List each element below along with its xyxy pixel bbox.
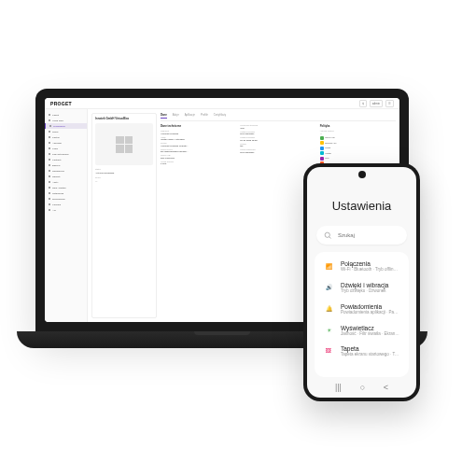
tech-field: ProducentMicrosoft Windows <box>161 130 236 134</box>
device-name: Innotek GmbH VirtualBox <box>95 117 153 120</box>
app-item[interactable]: Secure Mail <box>320 136 396 140</box>
app-item[interactable]: Business App <box>320 141 396 145</box>
tech-field: SystemMicrosoft Windows 10 Ente... <box>161 142 236 147</box>
topbar-search-icon[interactable]: ⚲ <box>359 100 367 107</box>
svg-line-1 <box>329 236 331 238</box>
nav-home-icon[interactable]: ○ <box>360 383 365 392</box>
app-item[interactable]: Monitor <box>320 151 396 155</box>
brand-logo: PROGET <box>50 101 72 106</box>
sidebar: KokpitMapa sieciUrządzeniaGrupyPolitykiA… <box>45 109 88 322</box>
settings-title: Ustawienia <box>320 199 403 213</box>
search-icon <box>324 231 332 240</box>
tech-field: Numer seryjny3f142e618a6e58a446b8a6... <box>161 148 236 153</box>
phone-screen: Ustawienia 📶PołączeniaWi-Fi · Bluetooth … <box>307 167 416 398</box>
search-input[interactable] <box>338 232 416 238</box>
tab[interactable]: Profile <box>201 113 208 119</box>
nav-bar: ||| ○ < <box>307 377 416 398</box>
tab[interactable]: Dane <box>161 113 167 119</box>
nav-recent-icon[interactable]: ||| <box>335 383 342 392</box>
topbar: PROGET ⚲ admin ☰ <box>45 98 399 109</box>
tech-field: Użytkownik terminalauser <box>240 124 315 129</box>
setting-row[interactable]: ☀WyświetlaczJasność · Filtr światła · Ek… <box>315 320 409 342</box>
device-card: Innotek GmbH VirtualBox StatusAktywne Ni… <box>91 113 157 318</box>
topbar-menu-icon[interactable]: ☰ <box>385 100 394 107</box>
sidebar-item[interactable]: API <box>45 207 87 213</box>
tech-field: Ostatnia łączność10-01-2022 15:30 <box>240 136 315 141</box>
tab[interactable]: Aplikacje <box>185 113 195 119</box>
policy-title: Polityka <box>320 124 396 128</box>
nav-back-icon[interactable]: < <box>384 383 388 392</box>
tech-field: Ostatnia łącznośćbrak informacji <box>240 131 315 135</box>
phone-frame: Ustawienia 📶PołączeniaWi-Fi · Bluetooth … <box>303 163 420 401</box>
setting-row[interactable]: 📶PołączeniaWi-Fi · Bluetooth · Tryb offl… <box>315 256 409 277</box>
setting-row[interactable]: 🖼TapetaTapeta ekranu startowego · Tapeta… <box>315 341 409 362</box>
tech-field: Nazwa właścicielabrak informacji <box>240 148 315 153</box>
search-bar[interactable] <box>316 226 407 245</box>
tech-field: Numer IMEIbrak informacji <box>161 154 236 159</box>
tech-field: Wersja aplikacji1.10.2 <box>161 161 236 165</box>
tab[interactable]: Certyfikaty <box>214 113 226 119</box>
tech-field: Zgodnytak <box>240 143 315 147</box>
setting-row[interactable]: 🔔PowiadomieniaPowiadomienia aplikacji · … <box>315 299 409 320</box>
setting-row[interactable]: 🔊Dźwięki i wibracjaTryb dźwięku · Dzwone… <box>315 277 409 299</box>
phone-camera <box>358 171 366 178</box>
tech-field: ModelInnotek GmbH VirtualBox <box>161 136 236 141</box>
app-item[interactable]: Proget <box>320 147 396 150</box>
topbar-user[interactable]: admin <box>370 100 383 107</box>
svg-point-0 <box>325 232 329 237</box>
tech-section-title: Dane techniczne <box>161 124 236 128</box>
tab[interactable]: Akcje <box>173 113 179 119</box>
app-item[interactable]: Sync <box>320 157 396 161</box>
detail-tabs: DaneAkcjeAplikacjeProfileCertyfikaty <box>161 113 396 121</box>
device-preview <box>95 123 153 165</box>
windows-icon <box>116 136 133 153</box>
settings-list: 📶PołączeniaWi-Fi · Bluetooth · Tryb offl… <box>315 252 409 377</box>
